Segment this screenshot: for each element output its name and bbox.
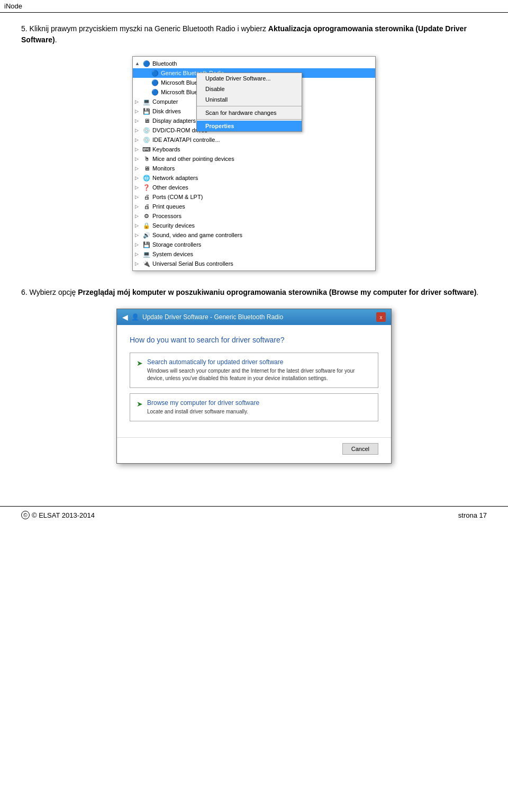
tree-arrow-sound: ▷ — [135, 232, 142, 238]
ctx-properties[interactable]: Properties — [197, 121, 302, 131]
section5-number: 5. — [21, 24, 28, 33]
tree-label-monitors: Monitors — [152, 165, 175, 172]
option-auto-desc: Windows will search your computer and th… — [147, 367, 371, 382]
tree-arrow-bluetooth: ▲ — [135, 61, 142, 66]
footer-copyright: © ELSAT 2013-2014 — [32, 511, 95, 519]
bluetooth-icon: 🔵 — [142, 59, 151, 68]
page-header: iNode — [0, 0, 508, 13]
computer-icon: 💻 — [142, 97, 151, 106]
section6-prefix: Wybierz opcję — [30, 288, 78, 296]
header-title: iNode — [4, 2, 22, 10]
display-icon: 🖥 — [142, 116, 151, 125]
ctx-sep2 — [197, 119, 302, 120]
section6-bold: Przeglądaj mój komputer w poszukiwaniu o… — [78, 288, 476, 296]
mice-icon: 🖱 — [142, 155, 151, 163]
tree-label-ports: Ports (COM & LPT) — [152, 194, 203, 200]
option-browse-content: Browse my computer for driver software L… — [147, 399, 259, 416]
processors-icon: ⚙ — [142, 212, 151, 220]
dvd-icon: 💿 — [142, 126, 151, 134]
update-titlebar: ◀ 👤 Update Driver Software - Generic Blu… — [117, 309, 391, 325]
cancel-button[interactable]: Cancel — [342, 443, 378, 455]
ports-icon: 🖨 — [142, 193, 151, 201]
footer-page: strona 17 — [458, 511, 487, 519]
ctx-uninstall[interactable]: Uninstall — [197, 94, 302, 105]
tree-item-ports: ▷ 🖨 Ports (COM & LPT) — [133, 192, 375, 202]
tree-arrow-security: ▷ — [135, 223, 142, 228]
update-option-browse[interactable]: ➤ Browse my computer for driver software… — [130, 393, 378, 421]
storage-icon: 💾 — [142, 240, 151, 249]
tree-label-security: Security devices — [152, 222, 195, 229]
tree-arrow-display: ▷ — [135, 118, 142, 123]
tree-item-ide: ▷ 💿 IDE ATA/ATAPI controlle... — [133, 135, 375, 145]
option-browse-arrow: ➤ — [137, 400, 143, 408]
network-icon: 🌐 — [142, 174, 151, 182]
option-browse-desc: Locate and install driver software manua… — [147, 408, 259, 416]
option-browse-title: Browse my computer for driver software — [147, 399, 259, 407]
option-auto-content: Search automatically for updated driver … — [147, 358, 371, 382]
tree-label-computer: Computer — [152, 98, 178, 105]
tree-item-other: ▷ ❓ Other devices — [133, 183, 375, 192]
section6-text: 6. Wybierz opcję Przeglądaj mój komputer… — [21, 287, 487, 298]
tree-arrow-dvd: ▷ — [135, 128, 142, 133]
section5-text: 5. Kliknij prawym przyciskiem myszki na … — [21, 23, 487, 46]
tree-item-bluetooth: ▲ 🔵 Bluetooth — [133, 59, 375, 68]
tree-arrow-processors: ▷ — [135, 213, 142, 219]
tree-label-sound: Sound, video and game controllers — [152, 232, 242, 238]
titlebar-icon: 👤 — [131, 313, 139, 321]
tree-label-ide: IDE ATA/ATAPI controlle... — [152, 137, 220, 143]
update-body: How do you want to search for driver sof… — [117, 325, 391, 437]
main-content: 5. Kliknij prawym przyciskiem myszki na … — [0, 13, 508, 485]
tree-item-processors: ▷ ⚙ Processors — [133, 211, 375, 221]
tree-item-sound: ▷ 🔊 Sound, video and game controllers — [133, 230, 375, 240]
ms-bt1-icon: 🔵 — [151, 78, 159, 87]
ctx-update-driver[interactable]: Update Driver Software... — [197, 73, 302, 84]
tree-label-disk: Disk drives — [152, 108, 181, 114]
option-auto-arrow: ➤ — [137, 359, 143, 367]
copyright-icon: © — [21, 511, 30, 519]
tree-label-print: Print queues — [152, 203, 185, 210]
ctx-disable[interactable]: Disable — [197, 84, 302, 94]
ctx-scan[interactable]: Scan for hardware changes — [197, 107, 302, 118]
tree-item-security: ▷ 🔒 Security devices — [133, 221, 375, 230]
context-menu: Update Driver Software... Disable Uninst… — [196, 73, 302, 132]
system-icon: 💻 — [142, 250, 151, 258]
section6-suffix: . — [476, 288, 478, 296]
ide-icon: 💿 — [142, 136, 151, 144]
monitors-icon: 🖥 — [142, 164, 151, 173]
tree-item-storage: ▷ 💾 Storage controllers — [133, 240, 375, 249]
devmgr-wrapper: ▲ 🔵 Bluetooth 🔵 Generic Bluetooth Radio … — [132, 56, 376, 271]
tree-arrow-ports: ▷ — [135, 194, 142, 200]
ms-bt2-icon: 🔵 — [151, 88, 159, 96]
update-footer: Cancel — [117, 437, 391, 463]
tree-arrow-disk: ▷ — [135, 109, 142, 114]
devmgr-window: ▲ 🔵 Bluetooth 🔵 Generic Bluetooth Radio … — [132, 56, 376, 271]
tree-item-usb: ▷ 🔌 Universal Serial Bus controllers — [133, 259, 375, 268]
back-icon[interactable]: ◀ — [122, 313, 128, 321]
security-icon: 🔒 — [142, 221, 151, 230]
section6-number: 6. — [21, 288, 28, 296]
other-icon: ❓ — [142, 183, 151, 192]
tree-label-usb: Universal Serial Bus controllers — [152, 260, 233, 267]
footer-logo: © © ELSAT 2013-2014 — [21, 511, 95, 519]
tree-label-system: System devices — [152, 251, 193, 257]
tree-arrow-ide: ▷ — [135, 137, 142, 142]
tree-arrow-print: ▷ — [135, 204, 142, 209]
tree-arrow-keyboards: ▷ — [135, 147, 142, 152]
tree-item-mice: ▷ 🖱 Mice and other pointing devices — [133, 154, 375, 164]
close-button[interactable]: x — [376, 312, 386, 322]
update-question: How do you want to search for driver sof… — [130, 336, 378, 344]
screenshot2-container: ◀ 👤 Update Driver Software - Generic Blu… — [21, 309, 487, 464]
tree-item-monitors: ▷ 🖥 Monitors — [133, 164, 375, 173]
tree-label-other: Other devices — [152, 184, 188, 191]
ctx-sep1 — [197, 106, 302, 106]
section5-prefix: Kliknij prawym przyciskiem myszki na Gen… — [30, 24, 268, 33]
update-option-auto[interactable]: ➤ Search automatically for updated drive… — [130, 353, 378, 388]
tree-item-print: ▷ 🖨 Print queues — [133, 202, 375, 211]
tree-label-keyboards: Keyboards — [152, 146, 180, 152]
tree-arrow-storage: ▷ — [135, 242, 142, 247]
tree-label-display: Display adapters — [152, 118, 196, 124]
sound-icon: 🔊 — [142, 231, 151, 239]
tree-label-bluetooth: Bluetooth — [152, 60, 177, 67]
tree-arrow-other: ▷ — [135, 185, 142, 190]
generic-bt-icon: 🔵 — [151, 69, 159, 77]
